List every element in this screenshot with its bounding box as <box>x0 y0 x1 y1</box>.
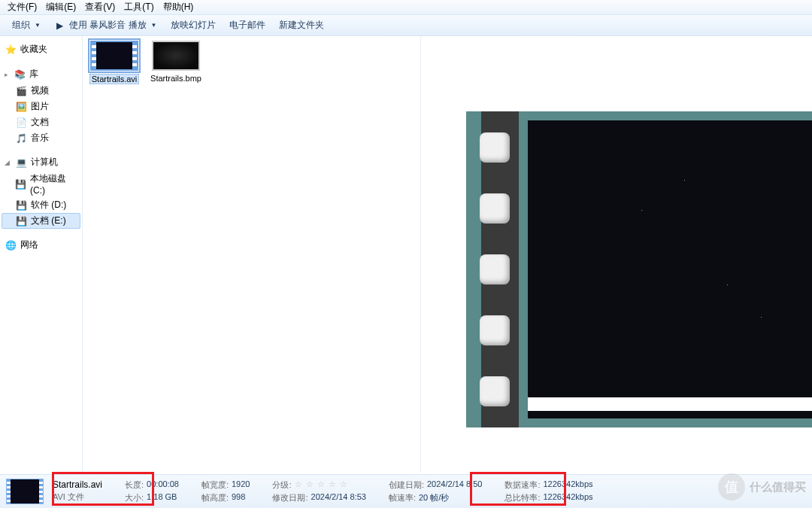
nav-libraries[interactable]: ▸📚库 <box>2 65 80 83</box>
music-icon: 🎵 <box>15 132 27 144</box>
file-item-bmp[interactable]: Startrails.bmp <box>149 41 203 83</box>
expand-icon: ▸ <box>5 71 8 78</box>
film-sprockets <box>466 111 519 427</box>
details-length: 00:00:08 <box>147 479 179 491</box>
rating-stars[interactable]: ☆ ☆ ☆ ☆ ☆ <box>295 479 348 491</box>
details-filename: Startrails.avi <box>53 479 102 490</box>
menu-tools[interactable]: 工具(T) <box>120 0 158 15</box>
menu-bar: 文件(F) 编辑(E) 查看(V) 工具(T) 帮助(H) <box>0 0 812 15</box>
nav-favorites[interactable]: ⭐收藏夹 <box>2 41 80 58</box>
nav-pictures[interactable]: 🖼️图片 <box>2 99 80 114</box>
nav-network[interactable]: 🌐网络 <box>2 236 80 254</box>
newfolder-button[interactable]: 新建文件夹 <box>273 17 330 34</box>
details-bitrate: 1226342kbps <box>543 492 592 503</box>
play-icon: ▶ <box>54 20 66 32</box>
details-size: 1.18 GB <box>147 492 177 503</box>
preview-image <box>528 120 812 418</box>
nav-documents[interactable]: 📄文档 <box>2 114 80 130</box>
library-icon: 📚 <box>14 68 26 81</box>
drive-icon: 💾 <box>15 215 27 227</box>
preview-pane <box>421 36 812 473</box>
chevron-down-icon: ▼ <box>35 22 41 29</box>
details-thumb-icon <box>6 479 44 504</box>
organize-button[interactable]: 组织▼ <box>6 17 47 34</box>
network-icon: 🌐 <box>5 239 17 251</box>
expand-icon: ◢ <box>5 159 10 166</box>
toolbar: 组织▼ ▶使用 暴风影音 播放▼ 放映幻灯片 电子邮件 新建文件夹 <box>0 15 812 36</box>
drive-icon: 💾 <box>15 199 27 211</box>
nav-music[interactable]: 🎵音乐 <box>2 130 80 146</box>
nav-drive-d[interactable]: 💾软件 (D:) <box>2 197 80 213</box>
content-area: Startrails.avi Startrails.bmp <box>83 36 812 473</box>
menu-view[interactable]: 查看(V) <box>80 0 120 15</box>
video-icon: 🎬 <box>15 85 27 97</box>
picture-icon: 🖼️ <box>15 101 27 113</box>
slideshow-button[interactable]: 放映幻灯片 <box>165 17 222 34</box>
computer-icon: 💻 <box>15 157 27 169</box>
watermark-badge-icon: 值 <box>718 473 745 500</box>
email-button[interactable]: 电子邮件 <box>223 17 271 34</box>
menu-edit[interactable]: 编辑(E) <box>41 0 80 15</box>
nav-videos[interactable]: 🎬视频 <box>2 83 80 99</box>
menu-help[interactable]: 帮助(H) <box>159 0 198 15</box>
details-filetype: AVI 文件 <box>53 491 84 503</box>
details-pane: Startrails.avi AVI 文件 长度:00:00:08 大小:1.1… <box>0 474 812 508</box>
film-frame <box>466 111 812 427</box>
document-icon: 📄 <box>15 117 27 129</box>
details-frame-width: 1920 <box>232 479 250 491</box>
nav-drive-c[interactable]: 💾本地磁盘 (C:) <box>2 171 80 197</box>
drive-icon: 💾 <box>15 178 26 190</box>
watermark: 值 什么值得买 <box>718 473 806 500</box>
details-fps: 20 帧/秒 <box>419 492 449 503</box>
file-name: Startrails.avi <box>89 74 140 84</box>
nav-drive-e[interactable]: 💾文档 (E:) <box>2 213 80 229</box>
menu-file[interactable]: 文件(F) <box>3 0 41 15</box>
nav-sidebar: ⭐收藏夹 ▸📚库 🎬视频 🖼️图片 📄文档 🎵音乐 ◢💻计算机 💾本地磁盘 (C… <box>0 36 83 473</box>
file-thumb-icon <box>152 41 200 71</box>
play-button[interactable]: ▶使用 暴风影音 播放▼ <box>48 17 163 34</box>
nav-computer[interactable]: ◢💻计算机 <box>2 154 80 171</box>
details-modified: 2024/2/14 8:53 <box>311 492 366 503</box>
file-list[interactable]: Startrails.avi Startrails.bmp <box>83 36 421 473</box>
chevron-down-icon: ▼ <box>151 22 157 29</box>
star-icon: ⭐ <box>5 44 17 56</box>
details-created: 2024/2/14 8:50 <box>427 479 482 491</box>
file-thumb-icon <box>90 41 138 71</box>
file-item-avi[interactable]: Startrails.avi <box>87 41 141 84</box>
file-name: Startrails.bmp <box>150 74 201 83</box>
main-area: ⭐收藏夹 ▸📚库 🎬视频 🖼️图片 📄文档 🎵音乐 ◢💻计算机 💾本地磁盘 (C… <box>0 36 812 473</box>
watermark-text: 什么值得买 <box>750 480 806 494</box>
details-frame-height: 998 <box>232 492 245 503</box>
details-datarate: 1226342kbps <box>543 479 592 491</box>
